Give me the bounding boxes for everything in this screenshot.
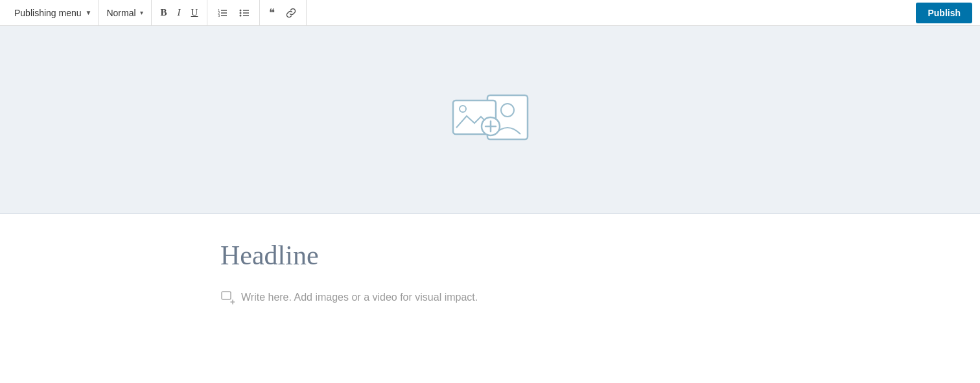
ordered-list-button[interactable]: 1 2 3 [211, 3, 233, 23]
add-block-icon[interactable] [220, 290, 235, 305]
bold-button[interactable]: B [156, 3, 172, 23]
svg-point-10 [240, 12, 242, 14]
svg-point-11 [240, 14, 242, 16]
unordered-list-icon [239, 7, 250, 19]
blockquote-button[interactable]: ❝ [264, 3, 280, 23]
publish-button[interactable]: Publish [916, 3, 972, 23]
toolbar: Publishing menu ▼ Normal ▾ B I U 1 2 3 [0, 0, 980, 26]
link-icon [285, 7, 297, 19]
publishing-menu-button[interactable]: Publishing menu ▼ [8, 0, 99, 25]
svg-text:3: 3 [218, 14, 220, 17]
ordered-list-icon: 1 2 3 [216, 7, 228, 19]
italic-button[interactable]: I [172, 3, 186, 23]
publishing-menu-chevron-icon: ▼ [86, 9, 92, 16]
unordered-list-button[interactable] [233, 3, 255, 23]
write-prompt-area[interactable]: Write here. Add images or a video for vi… [220, 290, 980, 305]
add-featured-image-svg [443, 87, 537, 152]
format-label: Normal [106, 8, 135, 18]
format-chevron-icon: ▾ [140, 9, 143, 16]
featured-image-area[interactable] [0, 26, 980, 214]
list-format-group: 1 2 3 [207, 0, 260, 25]
content-area: Headline Write here. Add images or a vid… [0, 214, 980, 331]
svg-point-9 [240, 9, 242, 11]
publishing-menu-label: Publishing menu [14, 8, 82, 18]
headline-text[interactable]: Headline [220, 240, 980, 271]
format-select[interactable]: Normal ▾ [99, 0, 151, 25]
write-prompt-text: Write here. Add images or a video for vi… [241, 292, 478, 303]
link-button[interactable] [280, 3, 302, 23]
text-format-group: B I U [152, 0, 208, 25]
svg-rect-19 [222, 292, 231, 299]
insert-group: ❝ [260, 0, 307, 25]
add-block-svg [220, 290, 235, 305]
underline-button[interactable]: U [186, 3, 204, 23]
add-media-icon [443, 87, 537, 152]
